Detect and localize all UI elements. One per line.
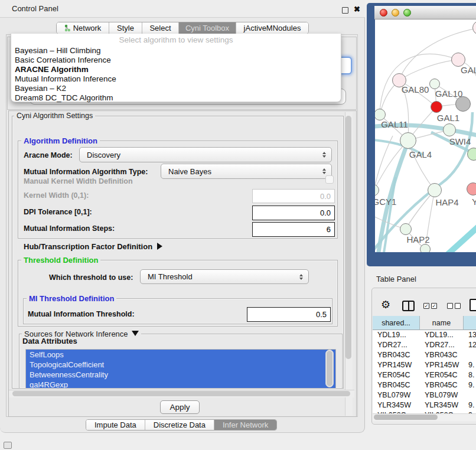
- algorithm-option[interactable]: Bayesian – Hill Climbing: [15, 46, 337, 56]
- table-cell: YLR345W: [420, 400, 464, 410]
- mi-threshold-label: Mutual Information Threshold:: [28, 310, 135, 318]
- table-cell: YPR145W: [420, 360, 464, 370]
- network-node-y[interactable]: [467, 182, 476, 195]
- aracne-mode-label: Aracne Mode:: [24, 151, 73, 159]
- kernel-width-label: Kernel Width (0,1):: [24, 191, 89, 200]
- algorithm-option[interactable]: Basic Correlation Inference: [15, 56, 337, 65]
- table-cell: 8.: [464, 370, 476, 380]
- attribute-item[interactable]: gal4RGexp: [26, 380, 335, 389]
- node-label: GAL4: [409, 149, 432, 159]
- algorithm-dropdown-list: Select algorithm to view settings Bayesi…: [11, 34, 341, 102]
- node-label: GCY1: [375, 197, 396, 207]
- tab-discretize-data[interactable]: Discretize Data: [145, 420, 214, 430]
- which-threshold-combobox[interactable]: MI Threshold: [140, 269, 309, 284]
- attribute-item[interactable]: TopologicalCoefficient: [26, 360, 335, 370]
- settings-vertical-scrollbar-thumb[interactable]: [345, 116, 351, 359]
- tab-network[interactable]: Network: [57, 22, 109, 34]
- mi-type-combobox[interactable]: Naive Bayes: [161, 164, 332, 179]
- node-table[interactable]: shared...nameA YDL19...YDL19...13YDR27..…: [373, 316, 476, 413]
- tab-style[interactable]: Style: [109, 22, 142, 34]
- table-row[interactable]: YDL19...YDL19...13: [373, 330, 476, 340]
- table-cell: [464, 390, 476, 400]
- kernel-width-field[interactable]: 0.0: [252, 189, 335, 203]
- network-canvas[interactable]: GALGAL80GAL10GAL1GAL11GAL4SWI4GCY1HAP4YH…: [375, 19, 476, 252]
- close-traffic-light-icon[interactable]: [380, 9, 387, 17]
- gear-icon[interactable]: ⚙: [381, 298, 390, 311]
- table-row[interactable]: YBR043CYBR043C: [373, 350, 476, 360]
- minimize-traffic-light-icon[interactable]: [392, 9, 399, 17]
- close-icon[interactable]: ✖: [354, 5, 360, 14]
- apply-button[interactable]: Apply: [160, 400, 200, 414]
- attribute-item[interactable]: BetweennessCentrality: [26, 370, 335, 380]
- algorithm-option[interactable]: ARACNE Algorithm: [15, 65, 337, 74]
- unchecked-box-icon[interactable]: [447, 303, 453, 309]
- dpi-tolerance-label: DPI Tolerance [0,1]:: [24, 208, 92, 216]
- settings-horizontal-scrollbar-thumb[interactable]: [12, 391, 350, 396]
- control-panel-titlebar[interactable]: Control Panel ✖: [0, 0, 365, 18]
- algorithm-option[interactable]: Mutual Information Inference: [15, 74, 337, 84]
- table-cell: [464, 350, 476, 360]
- network-node-hap2[interactable]: [400, 223, 412, 235]
- column-header-name[interactable]: name: [420, 316, 464, 330]
- table-row[interactable]: YBR045CYBR045C9.: [373, 380, 476, 390]
- unchecked-box-icon[interactable]: [455, 303, 461, 309]
- table-cell: YBR043C: [373, 350, 420, 360]
- hub-section-toggle[interactable]: Hub/Transcription Factor Definition: [24, 242, 162, 251]
- attributes-scrollbar[interactable]: [325, 350, 334, 387]
- tab-impute-data[interactable]: Impute Data: [86, 420, 145, 430]
- sources-group-title: Sources for Network Inference: [24, 330, 128, 338]
- network-window-titlebar[interactable]: [374, 6, 476, 19]
- node-label: SWI4: [449, 136, 471, 146]
- network-node-gal1[interactable]: [431, 101, 442, 113]
- network-node[interactable]: [420, 244, 431, 252]
- split-columns-icon[interactable]: [402, 301, 415, 311]
- bottom-tabs: Impute DataDiscretize DataInfer Network: [86, 419, 277, 431]
- network-node-gal10[interactable]: [429, 79, 440, 89]
- dock-panel-icon[interactable]: [4, 442, 12, 449]
- tab-select[interactable]: Select: [142, 22, 178, 34]
- tab-cyni-toolbox[interactable]: Cyni Toolbox: [178, 22, 236, 34]
- mi-threshold-field[interactable]: 0.5: [247, 307, 331, 322]
- node-label: GAL11: [381, 119, 408, 129]
- table-row[interactable]: YLR345WYLR345W9.: [373, 400, 476, 410]
- manual-kernel-checkbox[interactable]: [325, 175, 334, 184]
- node-label: Y: [472, 197, 476, 207]
- checked-box-icon[interactable]: ✓: [431, 303, 437, 309]
- table-cell: YLR345W: [373, 400, 420, 410]
- network-node[interactable]: [455, 96, 471, 112]
- column-header-a[interactable]: A: [464, 316, 476, 330]
- sources-group-toggle[interactable]: Sources for Network Inference: [22, 330, 141, 338]
- tab-label: Cyni Toolbox: [185, 24, 229, 32]
- float-panel-icon[interactable]: [342, 7, 348, 14]
- network-node[interactable]: [467, 148, 476, 161]
- network-node-swi4[interactable]: [443, 123, 456, 136]
- table-row[interactable]: YDR27...YDR27...12: [373, 340, 476, 350]
- mi-steps-field[interactable]: 6: [252, 222, 335, 237]
- dropdown-placeholder: Select algorithm to view settings: [11, 35, 341, 44]
- table-horizontal-scrollbar-thumb[interactable]: [374, 415, 438, 420]
- tab-jactivemnodules[interactable]: jActiveMNodules: [236, 22, 308, 34]
- aracne-mode-combobox[interactable]: Discovery: [79, 147, 332, 162]
- network-node-hap4[interactable]: [428, 183, 442, 197]
- table-row[interactable]: YPR145WYPR145W9.: [373, 360, 476, 370]
- algorithm-option[interactable]: Bayesian – K2: [15, 84, 337, 93]
- column-header-shared[interactable]: shared...: [373, 316, 420, 330]
- data-attributes-list[interactable]: SelfLoopsTopologicalCoefficientBetweenne…: [25, 349, 336, 389]
- table-row[interactable]: YBL079WYBL079W: [373, 390, 476, 400]
- table-row[interactable]: YER054CYER054C8.: [373, 370, 476, 380]
- dpi-tolerance-field[interactable]: 0.0: [252, 206, 335, 220]
- tab-infer-network[interactable]: Infer Network: [214, 420, 276, 430]
- document-icon[interactable]: [470, 299, 476, 311]
- checked-box-icon[interactable]: ✓: [423, 303, 429, 309]
- node-label: GAL80: [402, 84, 429, 94]
- zoom-traffic-light-icon[interactable]: [403, 9, 411, 17]
- control-panel-tabs: NetworkStyleSelectCyni ToolboxjActiveMNo…: [56, 22, 309, 34]
- attributes-scrollbar-thumb[interactable]: [327, 351, 332, 386]
- mi-type-value: Naive Bayes: [168, 167, 211, 176]
- attribute-item[interactable]: SelfLoops: [26, 350, 335, 360]
- algorithm-option[interactable]: Dream8 DC_TDC Algorithm: [15, 93, 337, 103]
- table-body: YDL19...YDL19...13YDR27...YDR27...12YBR0…: [373, 330, 476, 413]
- network-node-gal4[interactable]: [400, 132, 416, 149]
- cyni-algorithm-settings-title: Cyni Algorithm Settings: [14, 112, 95, 120]
- combo-arrows-icon: [322, 168, 326, 174]
